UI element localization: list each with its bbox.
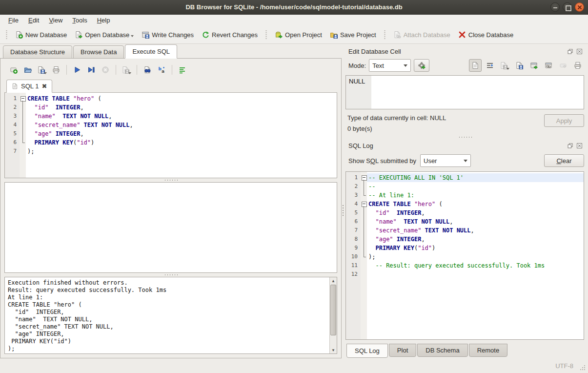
gear-icon (418, 62, 426, 69)
code-text: "secret_name" TEXT NOT NULL, (26, 121, 337, 129)
open-project-button-label: Open Project (285, 31, 322, 39)
tab-execute-sql[interactable]: Execute SQL (125, 44, 177, 59)
fold-marker[interactable] (361, 173, 367, 182)
code-line: 9 PRIMARY KEY("id") (346, 244, 584, 252)
find-replace-button[interactable] (155, 63, 168, 76)
open-project-button[interactable]: Open Project (271, 28, 326, 41)
submitter-combobox[interactable]: User (420, 154, 471, 167)
splitter-handle[interactable] (4, 273, 337, 277)
execute-all-button[interactable] (71, 63, 83, 76)
scrollbar-thumb[interactable] (330, 285, 336, 335)
float-dock-icon[interactable] (567, 48, 574, 55)
dock-tab-remote[interactable]: Remote (469, 344, 508, 357)
menu-file[interactable]: File (4, 16, 23, 25)
fold-marker (20, 121, 26, 129)
set-null-button[interactable] (557, 59, 569, 72)
word-wrap-icon (486, 62, 494, 69)
auto-switch-mode-button[interactable] (414, 59, 429, 72)
line-number: 4 (5, 121, 20, 129)
minimize-icon[interactable] (550, 2, 560, 12)
execute-line-button[interactable] (85, 63, 98, 76)
clear-log-button[interactable]: Clear (544, 154, 584, 167)
menu-help[interactable]: Help (93, 16, 115, 25)
print-cell-button[interactable] (571, 59, 584, 72)
format-sql-icon (179, 66, 186, 74)
scroll-down-icon[interactable]: ▼ (330, 347, 337, 353)
menu-tools[interactable]: Tools (68, 16, 91, 25)
import-cell-button[interactable] (498, 59, 511, 72)
sql-editor[interactable]: 1CREATE TABLE "hero" (2 "id" INTEGER,3 "… (4, 93, 337, 178)
close-dock-icon[interactable] (576, 142, 583, 149)
execution-results-pane[interactable]: Execution finished without errors. Resul… (4, 277, 337, 354)
fold-marker (361, 252, 367, 261)
code-line: 5 "age" INTEGER, (5, 129, 337, 138)
code-text: PRIMARY KEY("id") (367, 244, 584, 252)
tab-database-structure[interactable]: Database Structure (3, 45, 72, 59)
text-mode-toggle[interactable] (469, 59, 482, 72)
open-in-external-button[interactable] (527, 59, 540, 72)
window-title: DB Browser for SQLite - /home/user/code/… (0, 3, 588, 11)
cell-editor[interactable]: NULL (345, 75, 584, 109)
menu-view[interactable]: View (44, 16, 67, 25)
format-sql-button[interactable] (176, 63, 189, 76)
mode-value: Text (372, 62, 384, 69)
open-sql-file-button[interactable] (21, 63, 34, 76)
results-scrollbar[interactable]: ▲ ▼ (329, 277, 337, 353)
chevron-down-icon (404, 64, 407, 67)
revert-changes-button[interactable]: Revert Changes (198, 28, 262, 41)
dock-splitter-handle[interactable] (345, 135, 584, 139)
stop-execution-button[interactable] (99, 63, 112, 76)
splitter-handle[interactable] (4, 178, 337, 182)
chevron-down-icon (44, 72, 47, 74)
fold-marker (20, 129, 26, 138)
fold-marker (361, 235, 367, 244)
toolbar-drag-handle (384, 29, 386, 40)
resize-grip[interactable] (580, 364, 586, 370)
toolbar-separator (66, 65, 67, 75)
tab-browse-data[interactable]: Browse Data (73, 45, 124, 59)
word-wrap-button[interactable] (484, 59, 496, 72)
dock-tab-sql-log[interactable]: SQL Log (346, 344, 388, 358)
new-sql-tab-button[interactable] (7, 63, 20, 76)
scroll-up-icon[interactable]: ▲ (330, 277, 337, 284)
print-sql-button[interactable] (50, 63, 62, 76)
sql-file-icon (12, 83, 18, 89)
apply-button[interactable]: Apply (544, 114, 584, 127)
write-changes-button[interactable]: Write Changes (138, 28, 198, 41)
close-database-button[interactable]: Close Database (454, 28, 518, 41)
fold-marker[interactable] (361, 200, 367, 208)
fold-marker[interactable] (20, 94, 26, 103)
export-cell-button[interactable] (513, 59, 526, 72)
save-results-button[interactable] (120, 63, 133, 76)
chevron-down-icon (131, 35, 134, 37)
open-in-external-icon (530, 62, 538, 69)
fold-marker (361, 217, 367, 226)
code-line: 1-- EXECUTING ALL IN 'SQL 1' (346, 173, 584, 182)
code-text: "age" INTEGER, (26, 129, 337, 138)
save-project-button[interactable]: Save Project (326, 28, 380, 41)
copy-link-button[interactable] (542, 59, 555, 72)
attach-database-button[interactable]: Attach Database (389, 28, 454, 41)
sql-tab[interactable]: SQL 1 ✖ (6, 80, 52, 93)
save-project-button-label: Save Project (340, 31, 376, 39)
new-database-button[interactable]: New Database (11, 28, 71, 41)
menu-edit[interactable]: Edit (24, 16, 43, 25)
vertical-splitter[interactable] (342, 44, 345, 358)
line-number: 1 (346, 173, 361, 182)
find-replace-icon (158, 66, 165, 74)
line-number: 11 (346, 261, 361, 270)
sql-log-view[interactable]: 1-- EXECUTING ALL IN 'SQL 1'2--3-- At li… (345, 171, 584, 340)
dock-tab-db-schema[interactable]: DB Schema (417, 344, 467, 357)
code-text: -- (367, 182, 584, 191)
open-database-button[interactable]: Open Database (71, 28, 138, 41)
close-sql-tab-icon[interactable]: ✖ (41, 83, 47, 90)
fold-marker (361, 191, 367, 200)
mode-combobox[interactable]: Text (369, 59, 411, 72)
close-icon[interactable] (575, 2, 584, 12)
float-dock-icon[interactable] (567, 142, 574, 149)
find-button[interactable] (141, 63, 154, 76)
close-dock-icon[interactable] (576, 48, 583, 55)
dock-tab-plot[interactable]: Plot (389, 344, 416, 357)
save-sql-file-button[interactable] (36, 63, 48, 76)
maximize-icon[interactable] (563, 2, 572, 12)
